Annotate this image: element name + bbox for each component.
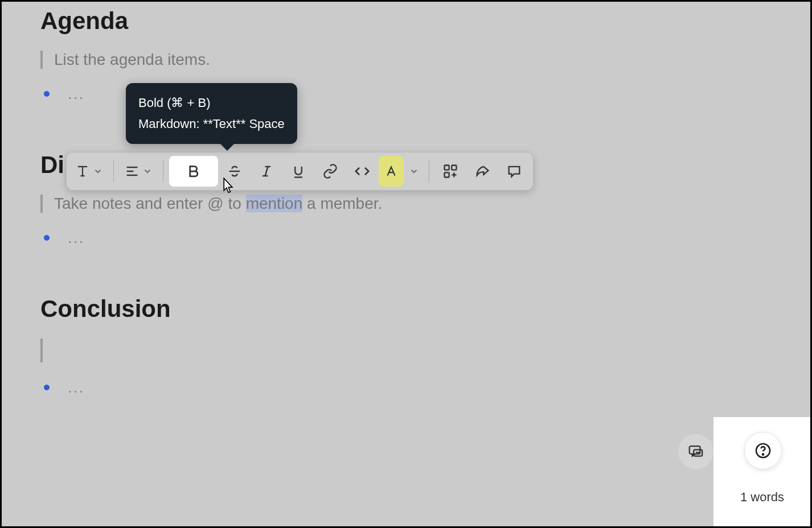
feedback-button[interactable] bbox=[678, 434, 713, 469]
share-arrow-icon bbox=[474, 163, 490, 179]
align-button[interactable] bbox=[120, 156, 157, 187]
discussion-quote-block[interactable]: Take notes and enter @ to mention a memb… bbox=[40, 195, 772, 213]
align-left-icon bbox=[124, 163, 140, 179]
underline-button[interactable] bbox=[283, 156, 314, 187]
heading-agenda[interactable]: Agenda bbox=[40, 7, 772, 35]
discussion-text-before: Take notes and enter @ to bbox=[54, 195, 246, 212]
chevron-down-icon bbox=[93, 166, 103, 176]
chevron-down-icon bbox=[142, 166, 153, 176]
underline-icon bbox=[290, 163, 306, 179]
bullet-dot-icon bbox=[44, 235, 50, 241]
tooltip-line1: Bold (⌘ + B) bbox=[138, 92, 285, 113]
text-color-icon bbox=[384, 164, 399, 179]
svg-rect-8 bbox=[445, 166, 449, 170]
feedback-icon bbox=[687, 443, 704, 460]
discussion-bullet-row[interactable]: ... bbox=[40, 229, 772, 247]
italic-button[interactable] bbox=[251, 156, 282, 187]
bold-icon bbox=[185, 163, 202, 180]
svg-rect-9 bbox=[452, 166, 456, 170]
toolbar-divider bbox=[163, 160, 163, 183]
grid-add-icon bbox=[442, 163, 458, 179]
bold-tooltip: Bold (⌘ + B) Markdown: **Text** Space bbox=[126, 83, 297, 144]
bold-button[interactable] bbox=[169, 156, 218, 187]
discussion-selection-highlight: mention bbox=[246, 195, 303, 212]
tooltip-line2: Markdown: **Text** Space bbox=[138, 113, 285, 134]
agenda-bullet-placeholder: ... bbox=[68, 85, 84, 103]
share-button[interactable] bbox=[467, 156, 498, 187]
word-count: 1 words bbox=[740, 490, 784, 505]
discussion-quote-text: Take notes and enter @ to mention a memb… bbox=[54, 195, 772, 213]
help-icon bbox=[754, 442, 772, 460]
code-icon bbox=[354, 163, 371, 180]
code-button[interactable] bbox=[347, 156, 378, 187]
text-style-icon bbox=[75, 163, 91, 179]
text-color-dropdown[interactable] bbox=[405, 156, 423, 187]
discussion-bullet-placeholder: ... bbox=[68, 229, 84, 247]
bullet-dot-icon bbox=[44, 91, 50, 97]
link-button[interactable] bbox=[315, 156, 346, 187]
conclusion-quote-block[interactable] bbox=[40, 339, 772, 362]
insert-button[interactable] bbox=[435, 156, 466, 187]
svg-rect-10 bbox=[445, 172, 449, 177]
agenda-quote-block[interactable]: List the agenda items. bbox=[40, 51, 772, 69]
conclusion-bullet-placeholder: ... bbox=[68, 378, 84, 397]
document-content: Agenda List the agenda items. ... Di Tak… bbox=[2, 2, 810, 397]
italic-icon bbox=[259, 163, 274, 179]
heading-conclusion[interactable]: Conclusion bbox=[40, 295, 772, 323]
comment-button[interactable] bbox=[499, 156, 530, 187]
toolbar-divider bbox=[429, 160, 429, 183]
svg-point-15 bbox=[762, 454, 764, 455]
agenda-quote-text: List the agenda items. bbox=[54, 51, 772, 69]
discussion-text-after: a member. bbox=[302, 195, 382, 212]
link-icon bbox=[322, 163, 338, 179]
svg-line-6 bbox=[265, 167, 268, 176]
text-style-button[interactable] bbox=[70, 156, 108, 187]
text-color-button[interactable] bbox=[379, 156, 404, 187]
strikethrough-button[interactable] bbox=[219, 156, 250, 187]
chevron-down-icon bbox=[409, 166, 419, 176]
formatting-toolbar bbox=[66, 152, 534, 191]
conclusion-bullet-row[interactable]: ... bbox=[40, 378, 772, 397]
strikethrough-icon bbox=[227, 163, 243, 179]
toolbar-divider bbox=[113, 160, 114, 183]
comment-icon bbox=[506, 163, 522, 179]
help-button[interactable] bbox=[744, 432, 782, 469]
bullet-dot-icon bbox=[44, 385, 50, 390]
